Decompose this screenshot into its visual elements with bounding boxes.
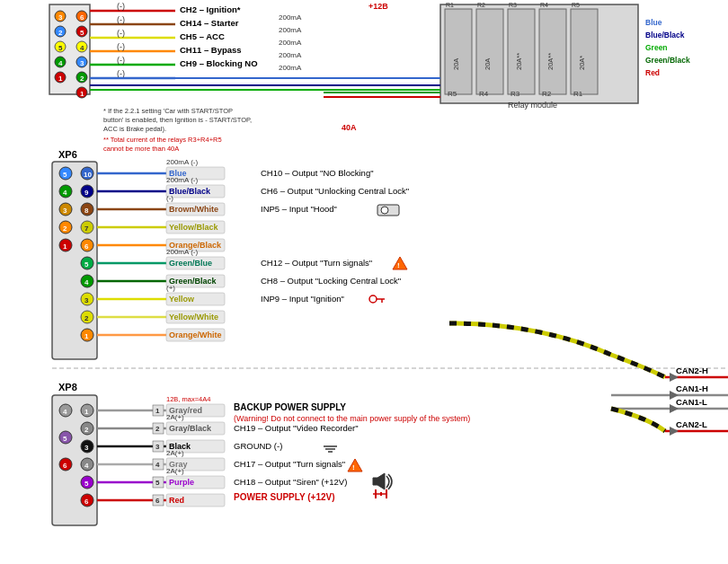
svg-rect-49 (445, 9, 472, 94)
svg-text:CAN2-H: CAN2-H (676, 366, 708, 375)
svg-text:CH11 – Bypass: CH11 – Bypass (180, 45, 242, 55)
svg-text:(-): (-) (117, 2, 125, 11)
wiring-diagram: 3 2 5 4 1 6 5 4 3 2 1 (-) (0, 0, 728, 564)
svg-text:9: 9 (84, 189, 89, 197)
svg-text:3: 3 (84, 296, 89, 304)
svg-text:6: 6 (63, 462, 67, 470)
svg-text:200mA: 200mA (279, 51, 302, 59)
svg-text:Red: Red (645, 68, 660, 77)
svg-text:Green/Blue: Green/Blue (169, 259, 212, 268)
svg-text:200mA: 200mA (279, 64, 302, 72)
svg-text:INP5 – Input "Hood": INP5 – Input "Hood" (261, 204, 337, 214)
svg-text:CH17 – Output "Turn signals": CH17 – Output "Turn signals" (234, 459, 345, 469)
svg-text:CAN2-L: CAN2-L (676, 419, 707, 429)
svg-text:Blue/Black: Blue/Black (645, 31, 685, 40)
svg-text:ACC is Brake pedal).: ACC is Brake pedal). (103, 125, 166, 133)
svg-text:Gray/Black: Gray/Black (169, 424, 212, 433)
svg-text:CH18 – Output "Siren" (+12V): CH18 – Output "Siren" (+12V) (234, 477, 347, 487)
svg-text:R3: R3 (509, 2, 517, 8)
svg-text:2A(+): 2A(+) (166, 413, 184, 421)
svg-text:button' is enabled, then Ignit: button' is enabled, then Ignition is - S… (103, 116, 252, 124)
svg-text:4: 4 (63, 408, 67, 416)
svg-text:2: 2 (80, 75, 84, 83)
svg-text:5: 5 (63, 435, 67, 443)
svg-text:Orange/White: Orange/White (169, 330, 222, 339)
svg-text:2A(+): 2A(+) (166, 449, 184, 457)
svg-text:R5: R5 (572, 2, 580, 8)
svg-text:R1: R1 (446, 2, 454, 8)
svg-text:1: 1 (84, 408, 89, 416)
svg-text:R4: R4 (540, 2, 548, 8)
svg-text:20A*: 20A* (578, 56, 586, 70)
svg-text:INP9 – Input "Ignition": INP9 – Input "Ignition" (261, 294, 344, 304)
svg-text:(-): (-) (117, 29, 125, 38)
svg-text:4: 4 (80, 44, 84, 52)
svg-text:20A**: 20A** (515, 53, 523, 70)
svg-text:200mA (-): 200mA (-) (166, 176, 198, 184)
svg-text:1: 1 (58, 75, 63, 83)
svg-text:200mA: 200mA (279, 39, 302, 47)
svg-text:Red: Red (169, 496, 184, 505)
svg-text:5: 5 (155, 479, 160, 487)
svg-text:7: 7 (84, 225, 89, 233)
svg-text:CH10 – Output "NO Blocking": CH10 – Output "NO Blocking" (261, 168, 374, 178)
svg-text:R3: R3 (510, 90, 520, 98)
svg-text:(-): (-) (166, 194, 173, 202)
svg-text:!: ! (352, 463, 355, 471)
svg-text:4: 4 (84, 462, 89, 470)
svg-text:R2: R2 (477, 2, 485, 8)
svg-text:20A: 20A (484, 58, 492, 70)
svg-text:Blue/Black: Blue/Black (169, 187, 211, 196)
svg-text:R4: R4 (479, 90, 489, 98)
svg-text:1: 1 (84, 332, 89, 340)
svg-text:CH2 – Ignition*: CH2 – Ignition* (180, 4, 241, 14)
svg-text:10: 10 (84, 171, 92, 179)
svg-text:6: 6 (84, 242, 89, 251)
svg-text:1: 1 (63, 242, 67, 251)
svg-text:R1: R1 (573, 90, 583, 98)
svg-text:Purple: Purple (169, 478, 194, 487)
svg-text:6: 6 (80, 13, 84, 22)
svg-text:(-): (-) (117, 42, 125, 51)
svg-text:2: 2 (84, 314, 89, 322)
svg-text:8: 8 (84, 207, 89, 215)
svg-text:2: 2 (84, 426, 89, 434)
svg-rect-55 (539, 9, 566, 94)
svg-text:(-): (-) (117, 56, 125, 65)
svg-text:+12B: +12B (368, 2, 388, 11)
svg-text:CH12 – Output "Turn signals": CH12 – Output "Turn signals" (261, 258, 372, 268)
svg-text:BACKUP POWER SUPPLY: BACKUP POWER SUPPLY (234, 402, 346, 412)
svg-text:40A: 40A (342, 123, 357, 132)
svg-text:12B, max=4A4: 12B, max=4A4 (166, 395, 210, 403)
svg-text:3: 3 (63, 207, 67, 215)
svg-text:CH19 – Output "Video Recorder": CH19 – Output "Video Recorder" (234, 423, 359, 433)
svg-text:CH8 – Output "Locking Central : CH8 – Output "Locking Central Lock" (261, 276, 401, 286)
svg-text:Relay module: Relay module (508, 101, 557, 110)
svg-text:5: 5 (58, 44, 63, 52)
svg-text:3: 3 (58, 13, 63, 22)
svg-text:Yellow/Black: Yellow/Black (169, 223, 219, 232)
svg-text:3: 3 (155, 443, 160, 451)
svg-text:R5: R5 (448, 90, 457, 98)
svg-rect-53 (508, 9, 535, 94)
svg-text:200mA: 200mA (279, 26, 302, 34)
svg-text:CH9 – Blocking NO: CH9 – Blocking NO (180, 58, 258, 68)
svg-text:CH5 – ACC: CH5 – ACC (180, 31, 225, 41)
svg-text:200mA (-): 200mA (-) (166, 248, 198, 256)
xp8-label: XP8 (58, 382, 77, 392)
svg-text:3: 3 (80, 59, 84, 67)
svg-point-132 (381, 207, 388, 214)
svg-text:CAN1-L: CAN1-L (676, 397, 707, 407)
svg-text:200mA (-): 200mA (-) (166, 158, 198, 166)
svg-text:2A(+): 2A(+) (166, 467, 184, 475)
svg-text:(+): (+) (166, 284, 175, 292)
svg-text:POWER SUPPLY (+12V): POWER SUPPLY (+12V) (234, 492, 335, 502)
svg-text:5: 5 (63, 171, 67, 179)
svg-text:1: 1 (155, 407, 160, 415)
svg-text:** Total current of the relays: ** Total current of the relays R3+R4+R5 (103, 136, 222, 144)
svg-text:6: 6 (155, 497, 160, 505)
svg-text:5: 5 (84, 480, 89, 488)
svg-text:4: 4 (84, 278, 89, 286)
svg-text:1: 1 (80, 90, 84, 98)
svg-text:2: 2 (155, 425, 160, 433)
